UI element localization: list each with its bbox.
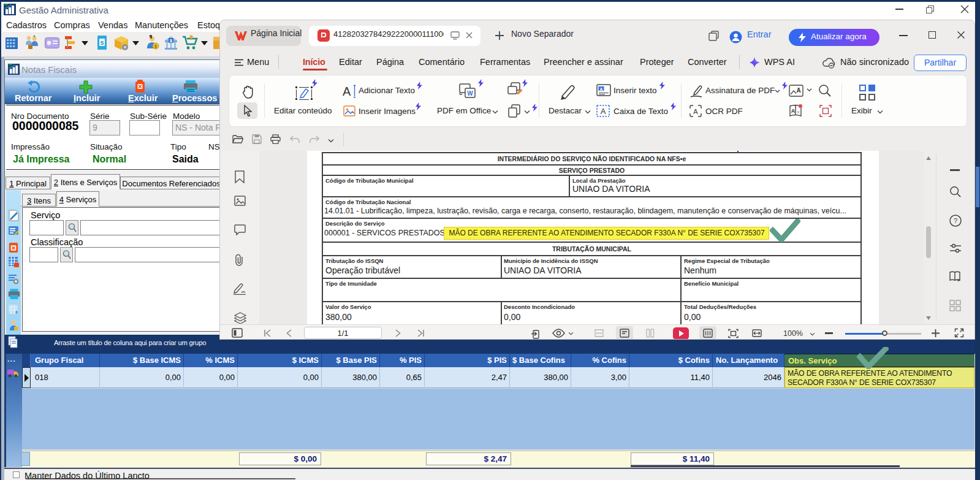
svg-text:W: W xyxy=(467,90,473,97)
svg-text:$: $ xyxy=(170,38,173,44)
svg-text:$: $ xyxy=(154,44,157,49)
svg-text:A: A xyxy=(343,85,351,98)
svg-text:?: ? xyxy=(954,217,957,224)
svg-text:A: A xyxy=(601,107,606,116)
svg-text:S: S xyxy=(100,40,104,46)
svg-text:A: A xyxy=(693,108,698,115)
svg-text:A: A xyxy=(796,87,800,94)
svg-text:A: A xyxy=(599,87,602,91)
svg-text:x: x xyxy=(797,109,800,115)
svg-text:A: A xyxy=(791,108,796,114)
